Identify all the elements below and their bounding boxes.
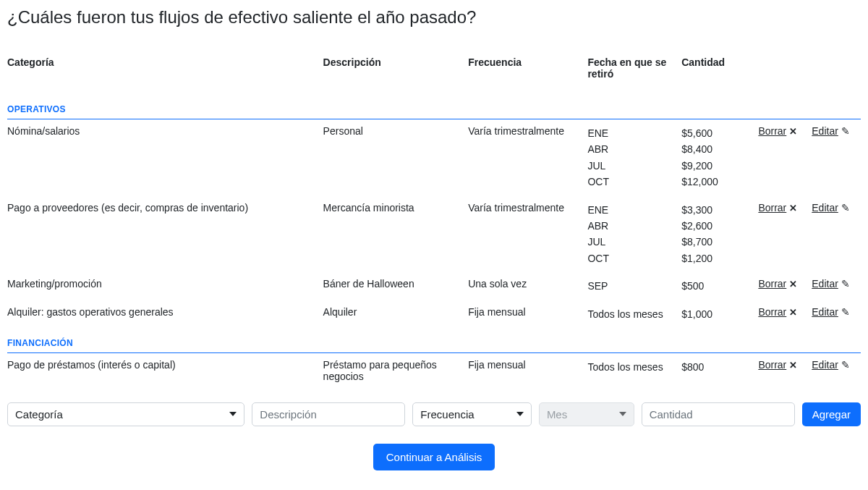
row-amounts: $1,000 [681, 300, 758, 328]
frequency-select[interactable]: Frecuencia [412, 402, 532, 426]
close-icon [789, 306, 797, 318]
row-category: Pago a proveedores (es decir, compras de… [7, 196, 323, 273]
row-amounts: $3,300$2,600$8,700$1,200 [681, 196, 758, 273]
row-description: Báner de Halloween [323, 272, 469, 300]
row-amounts: $800 [681, 352, 758, 388]
row-frequency: Una sola vez [468, 272, 587, 300]
row-months: Todos los meses [587, 300, 681, 328]
row-actions: BorrarEditar [758, 352, 861, 388]
table-row: Marketing/promociónBáner de HalloweenUna… [7, 272, 861, 300]
table-header-row: Categoría Descripción Frecuencia Fecha e… [7, 49, 861, 94]
close-icon [789, 278, 797, 290]
row-description: Préstamo para pequeños negocios [323, 352, 469, 388]
close-icon [789, 202, 797, 214]
row-category: Alquiler: gastos operativos generales [7, 300, 323, 328]
amount-input[interactable] [642, 402, 795, 426]
edit-link[interactable]: Editar [812, 278, 850, 290]
edit-link[interactable]: Editar [812, 125, 850, 137]
pencil-icon [841, 125, 850, 137]
row-amounts: $500 [681, 272, 758, 300]
group-header: OPERATIVOS [7, 94, 861, 119]
pencil-icon [841, 306, 850, 318]
edit-link[interactable]: Editar [812, 359, 850, 371]
row-months: Todos los meses [587, 352, 681, 388]
row-months: ENEABRJULOCT [587, 196, 681, 273]
edit-link[interactable]: Editar [812, 306, 850, 318]
page-title: ¿Cuáles fueron tus flujos de efectivo sa… [7, 7, 861, 28]
row-frequency: Varía trimestralmente [468, 196, 587, 273]
delete-link[interactable]: Borrar [758, 359, 797, 371]
pencil-icon [841, 278, 850, 290]
row-months: SEP [587, 272, 681, 300]
group-header: FINANCIACIÓN [7, 328, 861, 353]
row-frequency: Varía trimestralmente [468, 119, 587, 196]
add-button[interactable]: Agregar [802, 402, 861, 426]
delete-link[interactable]: Borrar [758, 306, 797, 318]
delete-link[interactable]: Borrar [758, 125, 797, 137]
col-category-header: Categoría [7, 49, 323, 94]
table-row: Pago a proveedores (es decir, compras de… [7, 196, 861, 273]
row-category: Pago de préstamos (interés o capital) [7, 352, 323, 388]
continue-button[interactable]: Continuar a Análisis [373, 444, 495, 470]
row-amounts: $5,600$8,400$9,200$12,000 [681, 119, 758, 196]
row-frequency: Fija mensual [468, 352, 587, 388]
row-category: Marketing/promoción [7, 272, 323, 300]
col-frequency-header: Frecuencia [468, 49, 587, 94]
add-entry-form: Categoría Frecuencia Mes Agregar [7, 402, 861, 426]
row-category: Nómina/salarios [7, 119, 323, 196]
col-date-header: Fecha en que se retiró [587, 49, 681, 94]
delete-link[interactable]: Borrar [758, 202, 797, 214]
table-row: Alquiler: gastos operativos generalesAlq… [7, 300, 861, 328]
row-actions: BorrarEditar [758, 196, 861, 273]
close-icon [789, 359, 797, 371]
table-row: Nómina/salariosPersonalVaría trimestralm… [7, 119, 861, 196]
close-icon [789, 125, 797, 137]
row-description: Alquiler [323, 300, 469, 328]
row-actions: BorrarEditar [758, 119, 861, 196]
table-row: Pago de préstamos (interés o capital)Pré… [7, 352, 861, 388]
edit-link[interactable]: Editar [812, 202, 850, 214]
row-actions: BorrarEditar [758, 272, 861, 300]
delete-link[interactable]: Borrar [758, 278, 797, 290]
row-frequency: Fija mensual [468, 300, 587, 328]
col-description-header: Descripción [323, 49, 469, 94]
row-months: ENEABRJULOCT [587, 119, 681, 196]
pencil-icon [841, 359, 850, 371]
pencil-icon [841, 202, 850, 214]
description-input[interactable] [252, 402, 405, 426]
category-select[interactable]: Categoría [7, 402, 244, 426]
row-actions: BorrarEditar [758, 300, 861, 328]
row-description: Mercancía minorista [323, 196, 469, 273]
row-description: Personal [323, 119, 469, 196]
cashflow-table: Categoría Descripción Frecuencia Fecha e… [7, 49, 861, 388]
col-amount-header: Cantidad [681, 49, 758, 94]
month-select: Mes [539, 402, 634, 426]
